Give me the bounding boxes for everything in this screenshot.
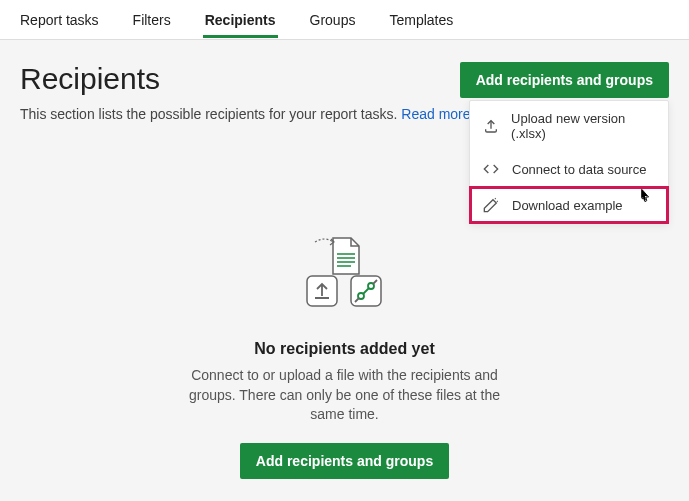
dropdown-upload-new-version[interactable]: Upload new version (.xlsx)	[470, 101, 668, 151]
tab-templates[interactable]: Templates	[387, 2, 455, 37]
code-icon	[482, 161, 500, 177]
dropdown-item-label: Download example	[512, 198, 623, 213]
add-dropdown: Upload new version (.xlsx) Connect to da…	[469, 100, 669, 224]
dropdown-item-label: Upload new version (.xlsx)	[511, 111, 656, 141]
empty-title: No recipients added yet	[20, 340, 669, 358]
add-recipients-button-top[interactable]: Add recipients and groups	[460, 62, 669, 98]
tab-recipients[interactable]: Recipients	[203, 2, 278, 38]
page-body: Recipients This section lists the possib…	[0, 40, 689, 501]
tab-report-tasks[interactable]: Report tasks	[18, 2, 101, 37]
page-subtitle-text: This section lists the possible recipien…	[20, 106, 401, 122]
tab-groups[interactable]: Groups	[308, 2, 358, 37]
dropdown-item-label: Connect to data source	[512, 162, 646, 177]
empty-description: Connect to or upload a file with the rec…	[175, 366, 515, 425]
wand-icon	[482, 197, 500, 213]
add-recipients-button-bottom[interactable]: Add recipients and groups	[240, 443, 449, 479]
dropdown-connect-data-source[interactable]: Connect to data source	[470, 151, 668, 187]
empty-illustration	[285, 232, 405, 326]
empty-state: No recipients added yet Connect to or up…	[20, 232, 669, 479]
dropdown-download-example[interactable]: Download example	[470, 187, 668, 223]
upload-icon	[482, 118, 499, 134]
tab-filters[interactable]: Filters	[131, 2, 173, 37]
tab-bar: Report tasks Filters Recipients Groups T…	[0, 0, 689, 40]
